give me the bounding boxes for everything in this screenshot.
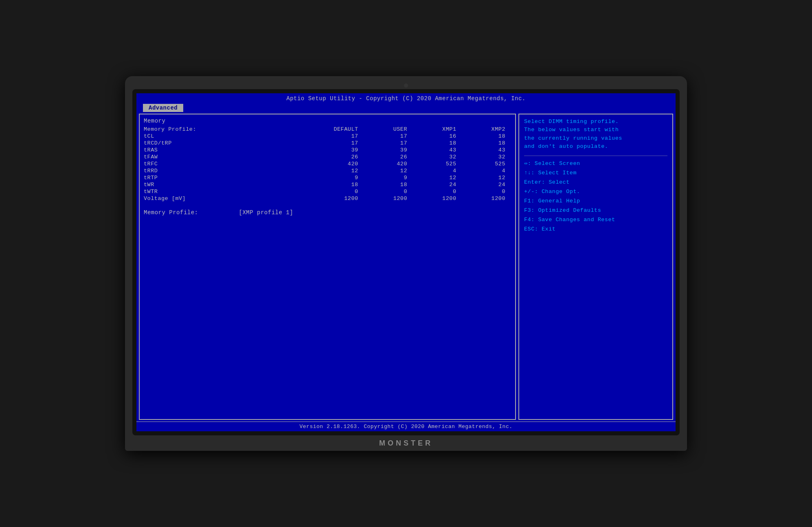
row-value: 26 — [364, 154, 413, 160]
row-label: tRRD — [144, 167, 289, 174]
sidebar-key: ↑↓: Select Item — [524, 169, 667, 178]
sidebar-key: F3: Optimized Defaults — [524, 206, 667, 215]
table-row: tCL17171618 — [144, 133, 511, 140]
row-value: 39 — [289, 147, 364, 154]
row-value: 0 — [364, 188, 413, 195]
row-value: 17 — [289, 133, 364, 140]
row-value: 9 — [364, 174, 413, 181]
bios-main: Memory Memory Profile: DEFAULT USER XMP1… — [139, 114, 516, 420]
table-row: tWR18182424 — [144, 181, 511, 188]
mem-profile-label: Memory Profile: — [144, 209, 198, 216]
col-xmp1: XMP1 — [413, 126, 462, 133]
bios-body: Memory Memory Profile: DEFAULT USER XMP1… — [136, 112, 676, 422]
row-label: tWTR — [144, 188, 289, 195]
laptop: Aptio Setup Utility - Copyright (C) 2020… — [125, 76, 687, 451]
bios-header: Aptio Setup Utility - Copyright (C) 2020… — [136, 93, 676, 103]
sidebar-key: ESC: Exit — [524, 225, 667, 234]
sidebar-key: F4: Save Changes and Reset — [524, 215, 667, 225]
row-value: 1200 — [289, 195, 364, 202]
row-label: tCL — [144, 133, 289, 140]
bios-title: Aptio Setup Utility - Copyright (C) 2020… — [286, 95, 526, 102]
row-value: 12 — [289, 167, 364, 174]
row-value: 420 — [289, 160, 364, 167]
row-value: 0 — [462, 188, 511, 195]
col-default: DEFAULT — [289, 126, 364, 133]
row-value: 24 — [413, 181, 462, 188]
row-label: Voltage [mV] — [144, 195, 289, 202]
bios-footer-text: Version 2.18.1263. Copyright (C) 2020 Am… — [300, 424, 513, 430]
table-row: tRFC420420525525 — [144, 160, 511, 167]
row-value: 4 — [462, 167, 511, 174]
sidebar-key: F1: General Help — [524, 197, 667, 206]
row-value: 12 — [413, 174, 462, 181]
webcam — [404, 83, 408, 88]
memory-profile-row: Memory Profile: [XMP profile 1] — [144, 209, 511, 216]
table-row: tRCD/tRP17171818 — [144, 140, 511, 147]
row-value: 43 — [413, 147, 462, 154]
row-label: tRTP — [144, 174, 289, 181]
sidebar-key: ⇔: Select Screen — [524, 159, 667, 169]
row-label: tRFC — [144, 160, 289, 167]
row-label: tRAS — [144, 147, 289, 154]
sidebar-desc-line: The below values start with — [524, 126, 667, 134]
bios-screen: Aptio Setup Utility - Copyright (C) 2020… — [136, 93, 676, 431]
bios-tab-advanced[interactable]: Advanced — [143, 104, 183, 112]
row-value: 1200 — [364, 195, 413, 202]
laptop-bottom: MONSTER — [132, 435, 680, 451]
table-row: tFAW26263232 — [144, 154, 511, 160]
screen-bezel: Aptio Setup Utility - Copyright (C) 2020… — [132, 89, 680, 435]
row-label: tWR — [144, 181, 289, 188]
row-value: 17 — [364, 133, 413, 140]
table-row: tRTP991212 — [144, 174, 511, 181]
row-value: 12 — [364, 167, 413, 174]
row-value: 12 — [462, 174, 511, 181]
col-user: USER — [364, 126, 413, 133]
sidebar-description: Select DIMM timing profile.The below val… — [524, 118, 667, 151]
row-value: 9 — [289, 174, 364, 181]
bios-sidebar: Select DIMM timing profile.The below val… — [518, 114, 673, 420]
bios-tab-row: Advanced — [136, 103, 676, 112]
sidebar-desc-line: the currently running values — [524, 134, 667, 143]
row-value: 17 — [289, 140, 364, 147]
row-value: 1200 — [462, 195, 511, 202]
row-value: 24 — [462, 181, 511, 188]
col-label: Memory Profile: — [144, 126, 289, 133]
memory-title: Memory — [144, 118, 511, 124]
row-value: 1200 — [413, 195, 462, 202]
table-row: tWTR0000 — [144, 188, 511, 195]
row-value: 0 — [289, 188, 364, 195]
row-value: 43 — [462, 147, 511, 154]
mem-profile-value: [XMP profile 1] — [239, 209, 294, 216]
sidebar-desc-line: Select DIMM timing profile. — [524, 118, 667, 126]
row-value: 32 — [413, 154, 462, 160]
row-value: 0 — [413, 188, 462, 195]
row-value: 18 — [462, 140, 511, 147]
sidebar-divider — [524, 156, 667, 156]
row-value: 525 — [413, 160, 462, 167]
row-value: 18 — [289, 181, 364, 188]
sidebar-desc-line: and don't auto populate. — [524, 143, 667, 151]
sidebar-key: +/-: Change Opt. — [524, 187, 667, 197]
table-header-row: Memory Profile: DEFAULT USER XMP1 XMP2 — [144, 126, 511, 133]
brand-label: MONSTER — [379, 439, 433, 448]
row-value: 17 — [364, 140, 413, 147]
col-xmp2: XMP2 — [462, 126, 511, 133]
row-value: 525 — [462, 160, 511, 167]
row-label: tFAW — [144, 154, 289, 160]
row-value: 4 — [413, 167, 462, 174]
table-row: tRRD121244 — [144, 167, 511, 174]
memory-table: Memory Profile: DEFAULT USER XMP1 XMP2 t… — [144, 126, 511, 202]
row-label: tRCD/tRP — [144, 140, 289, 147]
row-value: 26 — [289, 154, 364, 160]
row-value: 16 — [413, 133, 462, 140]
row-value: 18 — [413, 140, 462, 147]
row-value: 420 — [364, 160, 413, 167]
row-value: 18 — [364, 181, 413, 188]
table-row: Voltage [mV]1200120012001200 — [144, 195, 511, 202]
table-row: tRAS39394343 — [144, 147, 511, 154]
row-value: 32 — [462, 154, 511, 160]
sidebar-key: Enter: Select — [524, 178, 667, 187]
sidebar-keys: ⇔: Select Screen↑↓: Select ItemEnter: Se… — [524, 159, 667, 234]
row-value: 39 — [364, 147, 413, 154]
bios-footer: Version 2.18.1263. Copyright (C) 2020 Am… — [136, 422, 676, 431]
